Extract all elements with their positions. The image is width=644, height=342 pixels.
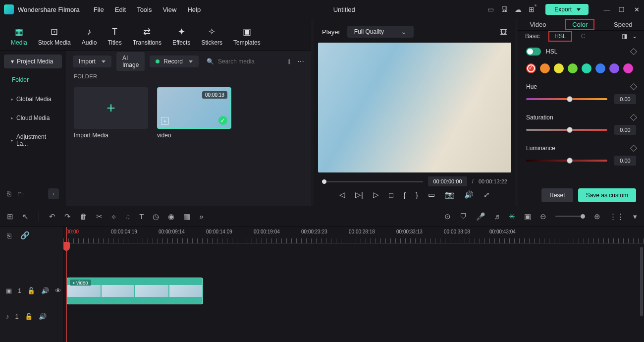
video-track-header[interactable]: ▣1 🔓 🔊 👁 — [0, 278, 63, 303]
tab-speed[interactable]: Speed — [610, 19, 637, 30]
chevron-down-icon[interactable]: ▾ — [633, 212, 637, 221]
split-icon[interactable]: ✂ — [96, 212, 103, 221]
lock-icon[interactable]: 🔓 — [25, 313, 33, 320]
mute-icon[interactable]: 🔊 — [41, 287, 49, 294]
visibility-icon[interactable]: 👁 — [55, 287, 61, 294]
swatch-yellow[interactable] — [554, 63, 564, 73]
minimize-icon[interactable]: — — [603, 6, 610, 13]
subtab-hsl[interactable]: HSL — [548, 31, 572, 42]
prev-frame-icon[interactable]: ◁ — [339, 190, 345, 199]
import-button[interactable]: Import — [73, 56, 111, 67]
mark-in-icon[interactable]: { — [403, 191, 406, 199]
timeline-clip-video[interactable]: video — [66, 278, 203, 304]
zoom-slider[interactable] — [555, 216, 585, 217]
reset-button[interactable]: Reset — [541, 188, 573, 202]
mixer-icon[interactable]: ♬ — [494, 212, 500, 221]
swatch-purple[interactable] — [609, 63, 619, 73]
record-button[interactable]: Record — [150, 56, 199, 67]
timeline-ruler[interactable]: 00:00 00:00:04:19 00:00:09:14 00:00:14:0… — [63, 227, 644, 244]
music-icon[interactable]: ♫ — [125, 212, 130, 221]
hue-slider[interactable] — [526, 98, 607, 100]
menu-edit[interactable]: Edit — [115, 6, 126, 13]
sidebar-adjustment-layer[interactable]: Adjustment La... — [4, 129, 62, 152]
swatch-red[interactable] — [526, 63, 536, 73]
import-media-tile[interactable]: + Import Media — [74, 87, 148, 139]
close-icon[interactable]: ✕ — [633, 6, 640, 13]
text-icon[interactable]: T — [139, 212, 144, 221]
media-thumb-video[interactable]: 00:00:13 + ✓ video — [157, 87, 231, 139]
more-icon[interactable]: ⋯ — [297, 57, 304, 66]
export-button[interactable]: Export — [545, 4, 589, 15]
crop-icon[interactable]: ⟐ — [111, 212, 116, 221]
cloud-icon[interactable]: ☁ — [515, 5, 522, 13]
swatch-orange[interactable] — [540, 63, 550, 73]
filter-icon[interactable]: ⫴ — [287, 57, 290, 66]
collapse-sidebar-button[interactable]: ‹ — [48, 188, 59, 199]
volume-icon[interactable]: 🔊 — [464, 190, 474, 199]
luminance-value[interactable]: 0.00 — [614, 156, 636, 166]
tab-color[interactable]: Color — [565, 19, 594, 30]
mic-icon[interactable]: 🎤 — [476, 212, 485, 221]
swatch-blue[interactable] — [595, 63, 605, 73]
tab-video[interactable]: Video — [526, 19, 550, 30]
redo-icon[interactable]: ↷ — [64, 212, 71, 221]
play-icon[interactable]: ▷ — [373, 190, 379, 199]
zoom-in-icon[interactable]: ⊕ — [594, 212, 600, 221]
saturation-value[interactable]: 0.00 — [614, 125, 636, 135]
compare-icon[interactable]: ◨ — [622, 33, 627, 40]
speed-icon[interactable]: ◷ — [153, 212, 159, 221]
lock-icon[interactable]: 🔓 — [27, 287, 35, 294]
display-icon[interactable]: ▭ — [428, 190, 435, 199]
swatch-green[interactable] — [568, 63, 578, 73]
tab-media[interactable]: ▦Media — [11, 26, 27, 46]
swatch-magenta[interactable] — [623, 63, 633, 73]
new-folder-icon[interactable]: ⎘ — [7, 190, 11, 198]
vertical-scrollbar[interactable] — [640, 247, 643, 316]
stop-icon[interactable]: □ — [389, 191, 393, 199]
swatch-aqua[interactable] — [582, 63, 591, 73]
play-backward-icon[interactable]: ▷| — [355, 190, 363, 199]
tab-effects[interactable]: ✦Effects — [172, 26, 190, 46]
tab-transitions[interactable]: ⇄Transitions — [133, 26, 161, 46]
search-input[interactable] — [218, 58, 282, 65]
maximize-icon[interactable]: ❐ — [618, 6, 625, 13]
subtab-basic[interactable]: Basic — [525, 33, 539, 40]
save-custom-button[interactable]: Save as custom — [578, 188, 636, 202]
project-media-button[interactable]: ▾ Project Media — [4, 55, 62, 68]
shield-icon[interactable]: ⛉ — [460, 212, 467, 221]
pointer-icon[interactable]: ↖ — [22, 212, 29, 221]
mark-out-icon[interactable]: } — [416, 191, 418, 199]
more-tools-icon[interactable]: » — [199, 212, 203, 221]
add-to-timeline-icon[interactable]: + — [161, 117, 169, 125]
video-viewport[interactable] — [318, 43, 511, 172]
hue-value[interactable]: 0.00 — [614, 94, 636, 104]
grip-icon[interactable]: ⋮⋮ — [609, 212, 624, 221]
progress-bar[interactable] — [322, 181, 423, 182]
sidebar-global-media[interactable]: Global Media — [4, 91, 62, 107]
saturation-keyframe-icon[interactable] — [630, 114, 637, 121]
apps-icon[interactable]: ⊞ — [529, 5, 535, 13]
keyframe-icon[interactable] — [630, 48, 637, 55]
snapshot-icon[interactable]: 🖼 — [500, 28, 507, 36]
tab-templates[interactable]: ▣Templates — [233, 26, 261, 46]
quality-dropdown[interactable]: Full Quality — [347, 26, 414, 38]
monitor-icon[interactable]: ▭ — [487, 5, 494, 13]
undo-icon[interactable]: ↶ — [49, 212, 55, 221]
luminance-slider[interactable] — [526, 160, 607, 162]
tab-audio[interactable]: ♪Audio — [82, 26, 97, 46]
color-icon[interactable]: ◉ — [168, 212, 174, 221]
sidebar-cloud-media[interactable]: Cloud Media — [4, 110, 62, 126]
chevron-down-icon[interactable]: ⌄ — [632, 33, 637, 40]
tab-stickers[interactable]: ✧Stickers — [201, 26, 222, 46]
timeline-tracks[interactable]: 00:00 00:00:04:19 00:00:09:14 00:00:14:0… — [63, 227, 644, 342]
ai-image-button[interactable]: AI Image — [116, 52, 145, 71]
luminance-keyframe-icon[interactable] — [630, 145, 637, 152]
saturation-slider[interactable] — [526, 129, 607, 131]
link-icon[interactable]: 🔗 — [20, 231, 30, 240]
link-layers-icon[interactable]: ⎘ — [7, 231, 11, 240]
menu-help[interactable]: Help — [187, 6, 201, 13]
playhead[interactable] — [66, 227, 67, 342]
marker-icon[interactable]: ▣ — [524, 212, 531, 221]
save-icon[interactable]: 🖫 — [501, 5, 508, 13]
subtab-c[interactable]: C — [581, 33, 586, 40]
